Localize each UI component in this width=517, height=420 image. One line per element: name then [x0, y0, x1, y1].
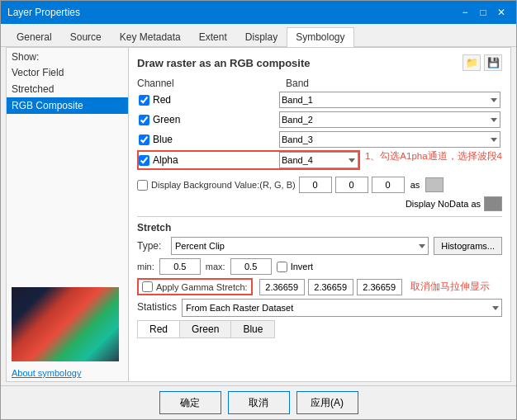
minimize-button[interactable]: − [457, 5, 473, 20]
tabs-bar: General Source Key Metadata Extent Displ… [1, 24, 516, 47]
tab-symbology[interactable]: Symbology [287, 27, 353, 47]
bg-color-box[interactable] [425, 177, 443, 192]
apply-button[interactable]: 应用(A) [296, 391, 358, 414]
bg-g-input[interactable] [335, 177, 368, 193]
tab-general[interactable]: General [7, 27, 61, 46]
gamma-checkbox-group: Apply Gamma Stretch: [137, 278, 253, 295]
channel-green-band-select[interactable]: Band_2 [279, 111, 500, 128]
stretch-type-row: Type: Percent Clip Histograms... [137, 237, 502, 255]
maximize-button[interactable]: □ [475, 5, 491, 20]
channel-alpha-label: Alpha [139, 154, 279, 166]
rgb-tabs: Red Green Blue [137, 320, 502, 338]
rgb-tab-green[interactable]: Green [179, 320, 231, 338]
gamma-annotation: 取消伽马拉伸显示 [410, 280, 490, 294]
channel-blue-text: Blue [153, 134, 173, 145]
rgb-tab-blue[interactable]: Blue [231, 320, 275, 338]
stretch-section: Stretch Type: Percent Clip Histograms...… [137, 222, 502, 338]
preview-area [12, 287, 119, 361]
tab-extent[interactable]: Extent [190, 27, 236, 46]
channel-red-label: Red [139, 94, 279, 106]
stats-label: Statistics [137, 301, 177, 313]
ok-button[interactable]: 确定 [159, 391, 221, 414]
gamma-area: Apply Gamma Stretch: 取消伽马拉伸显示 [137, 278, 502, 295]
layer-list: Vector Field Stretched RGB Composite [7, 64, 128, 284]
gamma-input-r[interactable] [259, 279, 305, 295]
channel-row-alpha: Alpha Band_4 [137, 150, 360, 170]
stretch-type-select[interactable]: Percent Clip [171, 237, 429, 255]
min-input[interactable] [159, 258, 201, 275]
alpha-annotation: 1、勾选A1pha通道，选择波段4 [365, 150, 502, 163]
layer-properties-window: Layer Properties − □ ✕ General Source Ke… [0, 0, 517, 420]
close-button[interactable]: ✕ [493, 5, 510, 20]
stretch-title: Stretch [137, 222, 502, 234]
channel-blue-label: Blue [139, 134, 279, 145]
channel-blue-band-select[interactable]: Band_3 [279, 131, 500, 148]
content-area: Show: Vector Field Stretched RGB Composi… [6, 47, 511, 382]
bg-b-input[interactable] [372, 177, 405, 193]
title-bar: Layer Properties − □ ✕ [1, 1, 516, 24]
save-icon-btn[interactable]: 💾 [484, 54, 502, 71]
about-symbology-link[interactable]: About symbology [7, 365, 128, 381]
stretch-type-label: Type: [137, 240, 166, 252]
channel-row-red: Red Band_1 [137, 91, 502, 109]
channel-green-checkbox[interactable] [139, 115, 149, 125]
bg-r-input[interactable] [299, 177, 332, 193]
show-label: Show: [7, 48, 128, 64]
band-col-header: Band [286, 78, 502, 89]
layer-item-stretched[interactable]: Stretched [7, 81, 128, 97]
folder-icon-btn[interactable]: 📁 [462, 54, 481, 71]
layer-item-rgb-composite[interactable]: RGB Composite [7, 97, 128, 114]
invert-label: Invert [291, 262, 314, 271]
bg-value-row: Display Background Value:(R, G, B) as [137, 177, 502, 193]
channel-row-green: Green Band_2 [137, 111, 502, 129]
gamma-checkbox[interactable] [142, 281, 153, 292]
gamma-input-g[interactable] [308, 279, 353, 295]
preview-image [12, 287, 119, 361]
channel-row-blue: Blue Band_3 [137, 130, 502, 149]
histograms-button[interactable]: Histograms... [434, 237, 502, 255]
nodata-row: Display NoData as [137, 196, 502, 211]
gamma-label: Apply Gamma Stretch: [156, 282, 248, 292]
tab-display[interactable]: Display [236, 27, 287, 46]
channel-table: Channel Band Red Band_1 [137, 78, 502, 172]
min-label: min: [137, 262, 154, 271]
rgb-tab-red[interactable]: Red [137, 320, 179, 338]
title-bar-buttons: − □ ✕ [457, 5, 510, 20]
gamma-input-b[interactable] [357, 279, 402, 295]
bg-value-label: Display Background Value:(R, G, B) [151, 180, 296, 190]
invert-checkbox[interactable] [277, 262, 287, 272]
layer-item-vector-field[interactable]: Vector Field [7, 64, 128, 81]
nodata-color-box[interactable] [484, 196, 502, 211]
max-label: max: [206, 262, 225, 271]
window-title: Layer Properties [7, 7, 80, 18]
channel-red-text: Red [153, 94, 171, 106]
right-panel: Draw raster as an RGB composite 📁 💾 Chan… [129, 48, 510, 381]
channel-red-checkbox[interactable] [139, 95, 149, 106]
channel-green-label: Green [139, 114, 279, 125]
stats-section: Statistics From Each Raster Dataset [137, 299, 502, 317]
invert-row: Invert [277, 262, 314, 272]
section-title: Draw raster as an RGB composite 📁 💾 [137, 54, 502, 71]
tab-source[interactable]: Source [61, 27, 111, 46]
section-title-icons: 📁 💾 [462, 54, 502, 71]
left-panel: Show: Vector Field Stretched RGB Composi… [7, 48, 129, 381]
section-title-text: Draw raster as an RGB composite [137, 57, 311, 69]
divider-1 [137, 216, 502, 217]
alpha-row-wrapper: Alpha Band_4 1、勾选A1pha通道，选择波段4 [137, 150, 502, 172]
gamma-inputs [259, 279, 402, 295]
minmax-row: min: max: Invert [137, 258, 502, 275]
channel-alpha-text: Alpha [153, 154, 178, 166]
stats-select[interactable]: From Each Raster Dataset [182, 299, 502, 317]
channel-blue-checkbox[interactable] [139, 134, 149, 145]
footer: 确定 取消 应用(A) [1, 385, 516, 419]
cancel-button[interactable]: 取消 [228, 391, 290, 414]
tab-key-metadata[interactable]: Key Metadata [111, 27, 190, 46]
as-label: as [410, 180, 420, 190]
channel-header: Channel Band [137, 78, 502, 89]
channel-col-header: Channel [137, 78, 286, 89]
bg-value-checkbox[interactable] [137, 180, 148, 191]
max-input[interactable] [230, 258, 272, 275]
channel-alpha-checkbox[interactable] [139, 155, 149, 166]
channel-alpha-band-select[interactable]: Band_4 [279, 152, 358, 168]
channel-red-band-select[interactable]: Band_1 [279, 92, 500, 108]
